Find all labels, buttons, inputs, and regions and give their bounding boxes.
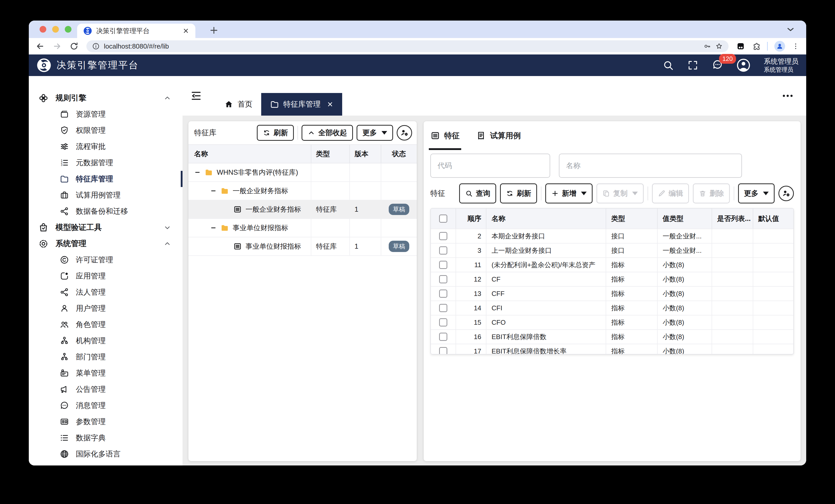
sidebar-item-角色管理[interactable]: 角色管理 bbox=[29, 316, 183, 333]
tree-more-button[interactable]: 更多 bbox=[357, 125, 393, 141]
sidebar-group-1[interactable]: 模型验证工具 bbox=[29, 219, 183, 235]
sidebar-item-用户管理[interactable]: 用户管理 bbox=[29, 300, 183, 316]
delete-button[interactable]: 删除 bbox=[693, 184, 730, 204]
select-all-checkbox[interactable] bbox=[439, 214, 447, 223]
table-row[interactable]: 12 CF 指标 小数(8) bbox=[431, 272, 793, 286]
sidebar-item-国际化多语言[interactable]: 国际化多语言 bbox=[29, 446, 183, 462]
sidebar-item-部门管理[interactable]: 部门管理 bbox=[29, 349, 183, 365]
tree-row[interactable]: 事业单位财报指标 bbox=[188, 219, 417, 237]
cell-default bbox=[753, 272, 793, 286]
app-title: 决策引擎管理平台 bbox=[57, 59, 139, 72]
browser-tab[interactable]: 决策引擎管理平台 bbox=[77, 24, 196, 38]
sidebar-item-试算用例管理[interactable]: 试算用例管理 bbox=[29, 187, 183, 203]
copy-button[interactable]: 复制 bbox=[596, 184, 644, 204]
tab-特征[interactable]: 特征 bbox=[430, 121, 460, 150]
password-key-icon[interactable] bbox=[704, 42, 711, 50]
table-row[interactable]: 16 EBIT利息保障倍数 指标 小数(8) bbox=[431, 329, 793, 344]
tree-row[interactable]: 事业单位财报指标 特征库 1 草稿 bbox=[188, 237, 417, 256]
table-row[interactable]: 11 (未分配利润+盈余公积)/年末总资产 指标 小数(8) bbox=[431, 257, 793, 272]
sidebar-item-法人管理[interactable]: 法人管理 bbox=[29, 284, 183, 300]
tab-feature-library[interactable]: 特征库管理 bbox=[261, 93, 342, 115]
sidebar-group-0[interactable]: 规则引擎 bbox=[29, 90, 183, 106]
close-icon[interactable] bbox=[327, 101, 333, 108]
row-checkbox[interactable] bbox=[439, 304, 447, 312]
back-icon[interactable] bbox=[36, 42, 45, 51]
sidebar-item-数据备份和迁移[interactable]: 数据备份和迁移 bbox=[29, 203, 183, 219]
query-button[interactable]: 查询 bbox=[459, 184, 496, 204]
sidebar-item-许可证管理[interactable]: 许可证管理 bbox=[29, 252, 183, 268]
collapse-sidebar-icon[interactable] bbox=[190, 90, 202, 102]
sidebar-item-消息管理[interactable]: 消息管理 bbox=[29, 397, 183, 414]
url-bar[interactable]: localhost:8080/#/re/lib bbox=[86, 40, 729, 52]
row-checkbox[interactable] bbox=[439, 275, 447, 284]
sidebar-item-元数据管理[interactable]: 123 元数据管理 bbox=[29, 155, 183, 171]
tab-home[interactable]: 首页 bbox=[216, 93, 261, 115]
collapse-minus-icon[interactable] bbox=[210, 188, 217, 194]
sidebar-item-公告管理[interactable]: 公告管理 bbox=[29, 381, 183, 397]
table-row[interactable]: 3 上一期企业财务接口 接口 一般企业财... bbox=[431, 243, 793, 257]
site-info-icon[interactable] bbox=[92, 42, 100, 50]
row-checkbox[interactable] bbox=[439, 261, 447, 269]
tab-search-button[interactable] bbox=[785, 24, 796, 35]
close-window-button[interactable] bbox=[40, 26, 46, 33]
code-filter-input[interactable] bbox=[430, 154, 550, 178]
sidebar-item-参数管理[interactable]: 参数管理 bbox=[29, 414, 183, 430]
add-button[interactable]: 新增 bbox=[545, 184, 593, 204]
refresh-button[interactable]: 刷新 bbox=[500, 184, 537, 204]
sidebar-group-2[interactable]: 系统管理 bbox=[29, 235, 183, 252]
edit-button[interactable]: 编辑 bbox=[652, 184, 689, 204]
dark-extension-icon[interactable] bbox=[736, 42, 745, 50]
collapse-all-button[interactable]: 全部收起 bbox=[302, 125, 353, 141]
globe-icon bbox=[60, 449, 69, 459]
tree-row[interactable]: WHNS非零售内评(特征库) bbox=[188, 163, 417, 182]
table-row[interactable]: 14 CFI 指标 小数(8) bbox=[431, 300, 793, 315]
tree-refresh-button[interactable]: 刷新 bbox=[257, 125, 294, 141]
feature-permissions-button[interactable] bbox=[778, 186, 794, 201]
name-filter-input[interactable] bbox=[559, 154, 742, 178]
messages-button[interactable]: 120 bbox=[712, 59, 723, 71]
sidebar-item-菜单管理[interactable]: 菜单管理 bbox=[29, 365, 183, 381]
sidebar-item-特征库管理[interactable]: 特征库管理 bbox=[29, 171, 183, 187]
sidebar-item-流程审批[interactable]: 流程审批 bbox=[29, 139, 183, 155]
row-checkbox[interactable] bbox=[439, 347, 447, 355]
tree-row[interactable]: 一般企业财务指标 bbox=[188, 182, 417, 201]
fullscreen-icon[interactable] bbox=[687, 60, 698, 71]
tree-permissions-button[interactable] bbox=[397, 125, 412, 141]
zoom-window-button[interactable] bbox=[65, 26, 72, 33]
tab-试算用例[interactable]: 试算用例 bbox=[476, 121, 521, 150]
browser-profile-avatar[interactable] bbox=[774, 41, 785, 51]
collapse-minus-icon[interactable] bbox=[194, 169, 201, 176]
feature-table-header: 顺序 名称 类型 值类型 是否列表... 默认值 bbox=[431, 209, 793, 229]
bookmark-star-icon[interactable] bbox=[715, 42, 723, 50]
search-icon[interactable] bbox=[663, 60, 674, 71]
row-checkbox[interactable] bbox=[439, 232, 447, 240]
sidebar-item-机构管理[interactable]: 机构管理 bbox=[29, 333, 183, 349]
row-checkbox[interactable] bbox=[439, 318, 447, 327]
row-checkbox[interactable] bbox=[439, 333, 447, 341]
sidebar-item-应用管理[interactable]: 应用管理 bbox=[29, 268, 183, 284]
tree-row[interactable]: 一般企业财务指标 特征库 1 草稿 bbox=[188, 201, 417, 219]
reload-icon[interactable] bbox=[69, 42, 79, 51]
sidebar-item-数据字典[interactable]: 数据字典 bbox=[29, 430, 183, 446]
table-row[interactable]: 13 CFF 指标 小数(8) bbox=[431, 286, 793, 300]
sidebar-item-资源管理[interactable]: 资源管理 bbox=[29, 106, 183, 122]
tabbar-more-icon[interactable] bbox=[780, 92, 795, 100]
forward-icon[interactable] bbox=[53, 42, 62, 51]
user-info[interactable]: 系统管理员 系统管理员 bbox=[764, 57, 798, 74]
more-button[interactable]: 更多 bbox=[738, 184, 775, 204]
table-row[interactable]: 17 EBIT利息保障倍数增长率 指标 小数(8) bbox=[431, 344, 793, 355]
collapse-minus-icon[interactable] bbox=[210, 225, 217, 231]
minimize-window-button[interactable] bbox=[52, 26, 59, 33]
row-checkbox[interactable] bbox=[439, 290, 447, 298]
table-row[interactable]: 15 CFO 指标 小数(8) bbox=[431, 315, 793, 329]
new-tab-button[interactable] bbox=[209, 25, 219, 36]
extensions-puzzle-icon[interactable] bbox=[752, 42, 760, 50]
cell-name: EBIT利息保障倍数 bbox=[486, 330, 606, 344]
share-nodes-icon bbox=[60, 288, 69, 297]
browser-menu-icon[interactable] bbox=[792, 42, 799, 50]
tab-close-icon[interactable] bbox=[183, 27, 189, 34]
user-avatar[interactable] bbox=[736, 58, 750, 72]
table-row[interactable]: 2 本期企业财务接口 接口 一般企业财... bbox=[431, 229, 793, 243]
sidebar-item-权限管理[interactable]: 权限管理 bbox=[29, 122, 183, 139]
row-checkbox[interactable] bbox=[439, 246, 447, 255]
